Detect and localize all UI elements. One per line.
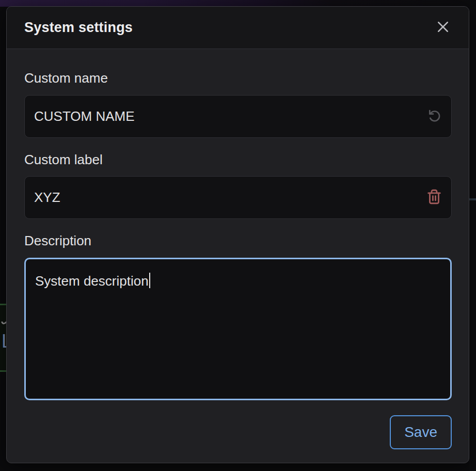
dialog-title: System settings	[24, 20, 133, 36]
delete-custom-label-button[interactable]	[423, 186, 446, 209]
reset-custom-name-button[interactable]	[423, 105, 446, 128]
custom-name-input[interactable]	[24, 95, 452, 138]
close-icon	[435, 19, 451, 36]
background-right-divider	[469, 198, 476, 200]
dialog-body: Custom name Custom label	[7, 49, 469, 415]
save-button[interactable]: Save	[390, 415, 452, 449]
description-text: System description	[35, 273, 149, 289]
close-button[interactable]	[434, 19, 452, 37]
dialog-header: System settings	[7, 7, 469, 49]
custom-name-label: Custom name	[24, 71, 452, 86]
text-caret	[149, 273, 150, 288]
trash-icon	[425, 188, 443, 207]
description-label: Description	[24, 233, 452, 248]
background-right-strip	[469, 7, 476, 471]
system-settings-dialog: System settings Custom name	[6, 6, 469, 463]
custom-name-field-wrap	[24, 95, 452, 138]
custom-label-field-wrap	[24, 176, 452, 219]
custom-label-label: Custom label	[24, 152, 452, 167]
reset-icon	[426, 107, 442, 125]
custom-label-input[interactable]	[24, 176, 452, 219]
dialog-footer: Save	[7, 415, 469, 467]
description-textarea[interactable]: System description	[24, 258, 452, 400]
screen: L System settings Custom name	[0, 0, 476, 471]
